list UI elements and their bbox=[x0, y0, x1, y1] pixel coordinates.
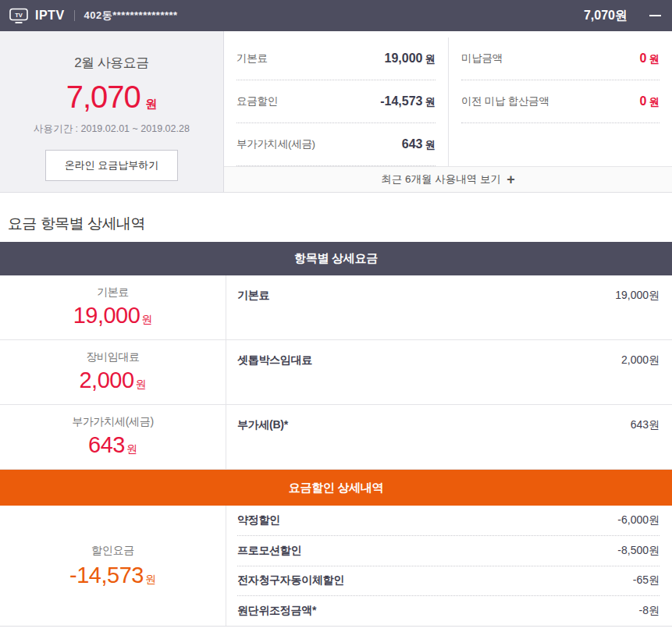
unpaid-unit: 원 bbox=[649, 53, 660, 65]
item-value: 2,000원 bbox=[621, 353, 660, 404]
item-value: 643원 bbox=[631, 418, 660, 469]
group-amount: 2,000 bbox=[79, 367, 133, 392]
charge-value: -14,573 bbox=[380, 94, 422, 108]
item-label: 약정할인 bbox=[237, 513, 280, 527]
summary-row: 부가가치세(세금) 643원 bbox=[236, 123, 436, 166]
divider bbox=[74, 10, 75, 21]
group-label: 할인요금 bbox=[0, 544, 226, 558]
charge-value: 19,000 bbox=[385, 51, 423, 65]
group-amount-unit: 원 bbox=[136, 378, 147, 390]
charge-detail-header: 항목별 상세요금 bbox=[0, 242, 672, 275]
plus-icon: + bbox=[507, 172, 515, 188]
billing-summary: 2월 사용요금 7,070 원 사용기간 : 2019.02.01 ~ 2019… bbox=[0, 31, 672, 193]
table-row: 전자청구자동이체할인 -65원 bbox=[237, 566, 660, 597]
table-row: 기본료 19,000원 기본료 19,000원 bbox=[0, 275, 672, 340]
account-number: 402동*************** bbox=[84, 9, 178, 23]
item-value: -6,000원 bbox=[617, 513, 660, 527]
table-row: 약정할인 -6,000원 bbox=[237, 506, 660, 536]
monthly-amount-number: 7,070 bbox=[66, 80, 140, 114]
table-row: 원단위조정금액* -8원 bbox=[237, 596, 660, 626]
item-label: 부가세(B)* bbox=[237, 418, 288, 469]
charge-label: 부가가치세(세금) bbox=[236, 137, 315, 151]
usage-period: 사용기간 : 2019.02.01 ~ 2019.02.28 bbox=[0, 122, 223, 136]
detail-section-title: 요금 항목별 상세내역 bbox=[0, 193, 672, 242]
discount-section: 할인요금 -14,573원 약정할인 -6,000원 프로모션할인 -8,500… bbox=[0, 506, 672, 627]
item-label: 기본료 bbox=[237, 289, 269, 339]
titlebar: TV IPTV 402동*************** 7,070원 bbox=[0, 0, 672, 31]
charge-unit: 원 bbox=[425, 96, 436, 108]
charge-value: 643 bbox=[402, 137, 423, 151]
monthly-amount-unit: 원 bbox=[145, 97, 157, 110]
month-title: 2월 사용요금 bbox=[0, 54, 223, 72]
summary-row: 미납금액 0원 bbox=[461, 37, 660, 80]
unpaid-label: 이전 미납 합산금액 bbox=[461, 94, 549, 108]
collapse-minus-icon[interactable] bbox=[649, 15, 661, 16]
group-label: 부가가치세(세금) bbox=[0, 415, 226, 429]
unpaid-summary-column: 미납금액 0원 이전 미납 합산금액 0원 bbox=[448, 37, 672, 166]
group-amount: -14,573 bbox=[69, 563, 144, 588]
group-amount-unit: 원 bbox=[141, 313, 152, 325]
group-label: 기본료 bbox=[0, 286, 226, 300]
charge-label: 요금할인 bbox=[236, 94, 278, 108]
unpaid-value: 0 bbox=[640, 51, 647, 65]
group-amount-unit: 원 bbox=[126, 442, 137, 455]
item-value: 19,000원 bbox=[615, 289, 660, 339]
summary-row: 기본료 19,000원 bbox=[236, 37, 436, 80]
svg-text:TV: TV bbox=[15, 11, 23, 18]
charge-label: 기본료 bbox=[236, 51, 268, 66]
charge-unit: 원 bbox=[425, 53, 436, 65]
summary-row: 요금할인 -14,573원 bbox=[236, 80, 436, 123]
discount-detail-header: 요금할인 상세내역 bbox=[0, 470, 672, 506]
item-label: 원단위조정금액* bbox=[237, 604, 316, 618]
charge-unit: 원 bbox=[425, 139, 436, 151]
charge-group-cell: 장비임대료 2,000원 bbox=[0, 340, 226, 404]
group-label: 장비임대료 bbox=[0, 350, 226, 364]
tv-icon: TV bbox=[9, 8, 29, 24]
group-amount-unit: 원 bbox=[145, 573, 156, 585]
charge-group-cell: 부가가치세(세금) 643원 bbox=[0, 405, 226, 469]
total-amount: 7,070원 bbox=[584, 8, 628, 24]
item-label: 프로모션할인 bbox=[237, 544, 301, 558]
recent-usage-link[interactable]: 최근 6개월 사용내역 보기 + bbox=[224, 166, 672, 192]
charge-group-cell: 기본료 19,000원 bbox=[0, 275, 226, 339]
monthly-total-panel: 2월 사용요금 7,070 원 사용기간 : 2019.02.01 ~ 2019… bbox=[0, 31, 224, 192]
charge-item-cell: 기본료 19,000원 bbox=[226, 275, 672, 339]
discount-items: 약정할인 -6,000원 프로모션할인 -8,500원 전자청구자동이체할인 -… bbox=[226, 506, 672, 626]
unpaid-value: 0 bbox=[640, 94, 647, 108]
discount-group-cell: 할인요금 -14,573원 bbox=[0, 506, 226, 626]
unpaid-label: 미납금액 bbox=[461, 51, 503, 66]
item-value: -8원 bbox=[639, 604, 660, 618]
item-value: -65원 bbox=[633, 573, 660, 588]
group-amount: 643 bbox=[88, 432, 125, 457]
monthly-amount: 7,070 원 bbox=[0, 80, 223, 115]
group-amount: 19,000 bbox=[73, 303, 140, 328]
item-label: 셋톱박스임대료 bbox=[237, 353, 312, 404]
charge-item-cell: 부가세(B)* 643원 bbox=[226, 405, 672, 469]
online-payment-button[interactable]: 온라인 요금납부하기 bbox=[45, 150, 179, 181]
table-row: 프로모션할인 -8,500원 bbox=[237, 536, 660, 566]
item-value: -8,500원 bbox=[617, 544, 660, 558]
charge-item-cell: 셋톱박스임대료 2,000원 bbox=[226, 340, 672, 404]
recent-usage-label: 최근 6개월 사용내역 보기 bbox=[381, 172, 501, 186]
item-label: 전자청구자동이체할인 bbox=[237, 573, 344, 588]
service-label: IPTV bbox=[35, 9, 65, 23]
table-row: 부가가치세(세금) 643원 부가세(B)* 643원 bbox=[0, 405, 672, 470]
summary-row: 이전 미납 합산금액 0원 bbox=[461, 80, 660, 123]
table-row: 장비임대료 2,000원 셋톱박스임대료 2,000원 bbox=[0, 340, 672, 405]
unpaid-unit: 원 bbox=[649, 96, 660, 108]
charge-summary-column: 기본료 19,000원 요금할인 -14,573원 부가가치세(세금) 643원 bbox=[224, 37, 448, 166]
